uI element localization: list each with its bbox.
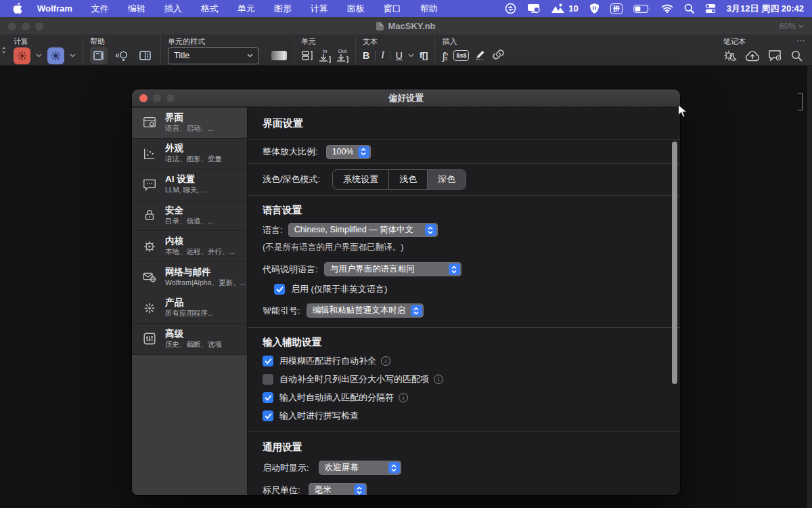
notebook-more-icon[interactable]: ⋯ [796, 36, 805, 45]
menu-window[interactable]: 窗口 [384, 3, 401, 15]
suggestions-button[interactable] [113, 47, 131, 64]
control-center-icon[interactable] [705, 3, 716, 14]
sidebar-item-kernel[interactable]: 内核 本地、远程、并行、... [132, 231, 247, 262]
sidebar-item-advanced[interactable]: 高级 历史、截断、选项 [132, 324, 247, 355]
toolbar-group-help: 帮助 [83, 35, 160, 65]
language-popup[interactable]: Chinese, Simplified — 简体中文 [288, 223, 438, 237]
inline-math-icon[interactable]: $s$ [453, 50, 469, 61]
scrollbar-thumb[interactable] [672, 142, 677, 384]
evaluate-run-button[interactable] [14, 47, 30, 64]
info-icon[interactable]: i [399, 393, 408, 402]
notebook-search-icon[interactable] [791, 50, 803, 62]
mode-option-system[interactable]: 系统设置 [333, 170, 389, 189]
menu-insert[interactable]: 插入 [164, 3, 182, 15]
preferences-sidebar: 界面 语言、启动、... 外观 语法、图形、变量 [132, 108, 248, 495]
window-zoom-control[interactable]: 60% [780, 17, 804, 35]
toolbar-group-text: 文本 B I U f[] [356, 35, 434, 65]
menu-graphics[interactable]: 图形 [274, 3, 292, 15]
dialog-minimize-button[interactable] [153, 94, 161, 102]
resources-button[interactable] [136, 47, 154, 64]
case-sensitive-checkbox[interactable] [263, 374, 273, 385]
ruler-units-popup[interactable]: 毫米 [309, 483, 367, 495]
notebook-toolbar: 计算 帮助 [0, 35, 812, 66]
display-icon[interactable] [527, 3, 540, 14]
sidebar-item-ai-settings[interactable]: AI 设置 LLM, 聊天, ... [132, 169, 247, 200]
cell-style-select[interactable]: Title [168, 47, 259, 64]
close-button[interactable] [8, 22, 16, 30]
preferences-content: 界面设置 整体放大比例: 100% 浅色/深色模式: 系统设置 浅色 深色 [248, 108, 680, 495]
mountain-badge: 10 [568, 3, 578, 14]
spellcheck-checkbox[interactable] [263, 410, 273, 421]
menu-evaluation[interactable]: 计算 [311, 3, 328, 15]
info-icon[interactable]: i [381, 356, 390, 366]
hyperlink-icon[interactable] [492, 49, 505, 63]
evaluate-abort-menu[interactable] [70, 54, 76, 58]
enable-captions-checkbox[interactable] [274, 284, 285, 295]
menu-cell[interactable]: 单元 [238, 3, 255, 15]
evaluate-abort-button[interactable] [47, 47, 64, 64]
cell-group-icon[interactable] [301, 49, 313, 62]
auto-delimiters-checkbox[interactable] [263, 392, 273, 403]
translation-note: (不是所有语言的用户界面都已翻译。) [263, 242, 680, 253]
chat-settings-icon[interactable] [768, 49, 783, 62]
sync-icon[interactable] [505, 3, 516, 14]
function-template-button[interactable]: f[] [420, 51, 428, 60]
stepper-icon [425, 224, 436, 236]
sidebar-item-products[interactable]: 产品 所有应用程序... [132, 293, 247, 324]
insert-math-icon[interactable]: ∫ πΣ [442, 50, 448, 62]
mode-option-dark[interactable]: 深色 [428, 170, 466, 189]
sidebar-item-network-mail[interactable]: 网络与邮件 Wolfram|Alpha、更新、... [132, 262, 247, 293]
menu-wolfram[interactable]: Wolfram [37, 3, 72, 14]
documentation-button[interactable] [90, 47, 108, 64]
menu-file[interactable]: 文件 [91, 3, 109, 15]
spellcheck-row: 输入时进行拼写检查 [263, 410, 680, 422]
wifi-icon[interactable] [661, 4, 673, 13]
sidebar-item-appearance[interactable]: 外观 语法、图形、变量 [132, 139, 247, 170]
dialog-zoom-button[interactable] [166, 94, 175, 102]
apple-icon [12, 3, 22, 14]
bold-button[interactable]: B [363, 50, 369, 61]
cell-input-icon[interactable]: In [319, 49, 331, 63]
battery-icon[interactable] [633, 5, 650, 13]
fuzzy-autocomplete-checkbox[interactable] [263, 356, 273, 366]
menu-edit[interactable]: 编辑 [128, 3, 145, 15]
info-icon[interactable]: i [434, 375, 443, 384]
apple-menu[interactable] [12, 3, 22, 14]
zoom-button[interactable] [35, 22, 43, 30]
document-scrollbar[interactable] [807, 66, 812, 508]
dialog-close-button[interactable] [139, 94, 148, 102]
startup-popup[interactable]: 欢迎屏幕 [319, 461, 401, 475]
menu-format[interactable]: 格式 [201, 3, 219, 15]
menu-palettes[interactable]: 面板 [347, 3, 365, 15]
menubar-clock[interactable]: 3月12日 周四 20:42 [727, 3, 804, 15]
search-icon[interactable] [684, 3, 694, 14]
content-scrollbar[interactable] [671, 140, 679, 495]
mountain-icon[interactable] [551, 3, 566, 14]
sidebar-item-security[interactable]: 安全 目录、信道、... [132, 200, 247, 232]
highlight-pen-icon[interactable] [474, 48, 487, 63]
cell-style-value: Title [174, 51, 247, 60]
mode-row: 浅色/深色模式: 系统设置 浅色 深色 [248, 164, 680, 196]
cell-style-preview-button[interactable] [271, 51, 287, 60]
magnification-popup[interactable]: 100% [326, 145, 371, 159]
cloud-publish-icon[interactable] [745, 50, 760, 62]
mode-option-light[interactable]: 浅色 [389, 170, 428, 189]
minimize-button[interactable] [22, 22, 30, 30]
shield-icon[interactable] [589, 3, 600, 14]
text-style-menu[interactable] [408, 54, 414, 58]
toolbar-group-cell-style: 单元的样式 Title [161, 35, 294, 65]
auto-delimiters-row: 输入时自动插入匹配的分隔符 i [263, 391, 680, 404]
cell-bracket[interactable] [798, 93, 803, 110]
notebook-titlebar: MacSKY.nb 60% [0, 17, 812, 35]
smart-quotes-popup[interactable]: 编辑和粘贴普通文本时启用 [307, 303, 424, 318]
underline-button[interactable]: U [396, 50, 403, 61]
italic-button[interactable]: I [381, 50, 384, 61]
appearance-toggle-icon[interactable] [723, 49, 737, 62]
evaluate-run-menu[interactable] [36, 54, 42, 58]
dock-handle-icon[interactable] [0, 35, 7, 65]
input-method-icon[interactable]: 拼 [610, 3, 623, 14]
sidebar-item-interface[interactable]: 界面 语言、启动、... [132, 108, 247, 139]
cell-output-icon[interactable]: Out [336, 49, 348, 63]
menu-help[interactable]: 帮助 [420, 3, 438, 15]
code-captions-popup[interactable]: 与用户界面的语言相同 [324, 262, 461, 276]
